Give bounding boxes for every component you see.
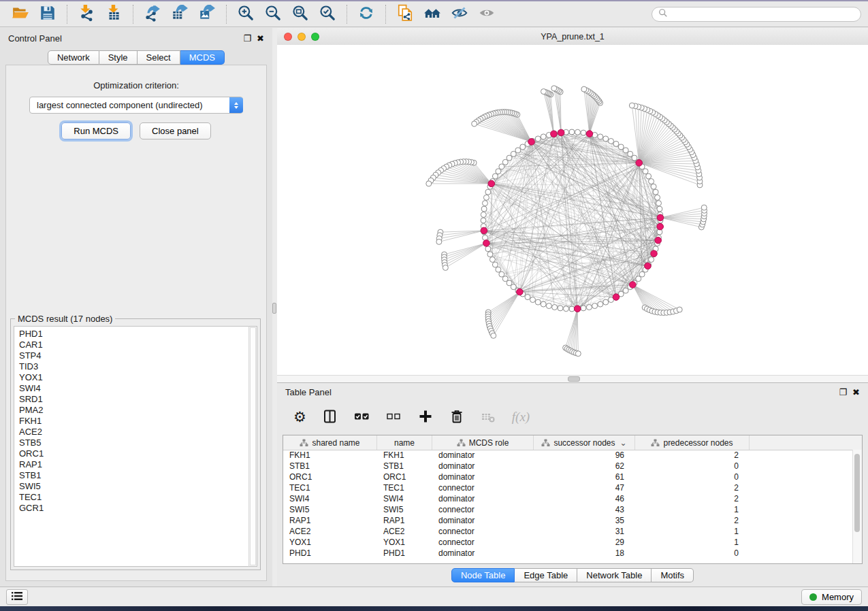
optimization-criterion-select[interactable]: largest connected component (undirected) [29,97,243,114]
graph-node[interactable] [481,206,487,212]
graph-node[interactable] [443,265,448,270]
graph-mcds-node[interactable] [586,131,593,137]
tab-node-table[interactable]: Node Table [451,568,515,582]
graph-node[interactable] [485,189,491,195]
graph-mcds-node[interactable] [558,129,564,136]
graph-node[interactable] [603,299,609,305]
graph-node[interactable] [496,169,501,174]
tab-network-table[interactable]: Network Table [577,568,652,582]
memory-button[interactable]: Memory [801,589,862,605]
table-row[interactable]: ACE2ACE2connector311 [283,526,853,537]
graph-node[interactable] [481,212,486,217]
close-panel-button[interactable]: Close panel [140,122,211,139]
graph-node[interactable] [511,284,516,290]
scrollbar-thumb[interactable] [250,327,256,565]
cell-mcds_role[interactable]: connector [432,526,534,537]
cell-shared_name[interactable]: SWI4 [283,493,377,504]
cell-name[interactable]: STB1 [377,461,432,472]
cell-name[interactable]: PHD1 [377,548,432,559]
float-panel-icon[interactable]: ❐ [839,388,847,397]
cell-mcds_role[interactable]: dominator [432,450,534,461]
search-input[interactable] [672,9,854,20]
float-panel-icon[interactable]: ❐ [243,34,251,43]
graph-node[interactable] [629,103,634,108]
graph-node[interactable] [575,351,581,357]
cell-successor_nodes[interactable]: 62 [534,461,635,472]
cell-name[interactable]: TEC1 [377,482,432,493]
graph-node[interactable] [598,134,603,139]
cell-predecessor_nodes[interactable]: 2 [635,515,750,526]
tab-style[interactable]: Style [99,50,138,65]
tab-motifs[interactable]: Motifs [652,568,694,582]
table-row[interactable]: RAP1RAP1dominator352 [283,515,853,526]
graph-node[interactable] [507,280,512,286]
graph-node[interactable] [632,155,637,161]
graph-node[interactable] [491,333,496,338]
delete-columns-button[interactable] [449,409,464,426]
tab-mcds[interactable]: MCDS [180,50,225,65]
hscrollbar-thumb[interactable] [568,376,580,382]
cell-predecessor_nodes[interactable]: 1 [635,504,750,515]
graph-node[interactable] [507,155,512,161]
result-node-item[interactable]: SWI4 [19,383,257,394]
cell-shared_name[interactable]: ORC1 [283,472,377,482]
graph-node[interactable] [657,206,662,212]
cell-name[interactable]: ACE2 [377,526,432,537]
graph-node[interactable] [520,144,526,150]
cell-successor_nodes[interactable]: 61 [534,472,635,482]
tab-network[interactable]: Network [48,50,99,65]
graph-node[interactable] [426,181,432,186]
divider-handle[interactable] [272,303,276,314]
graph-node[interactable] [575,129,581,135]
graph-node[interactable] [649,179,654,184]
duplicate-network-button[interactable] [393,4,417,24]
mcds-result-list[interactable]: PHD1CAR1STP4TID3YOX1SWI4SRD1PMA2FKH1ACE2… [14,326,257,567]
export-table-button[interactable] [167,4,192,24]
graph-node[interactable] [535,136,541,142]
graph-node[interactable] [701,205,707,210]
graph-node[interactable] [639,271,645,277]
graph-node[interactable] [636,276,641,282]
close-panel-icon[interactable]: ✖ [257,34,264,43]
cell-mcds_role[interactable]: dominator [432,461,534,472]
graph-node[interactable] [482,235,487,240]
graph-node[interactable] [586,305,592,310]
graph-node[interactable] [546,303,551,309]
window-minimize-icon[interactable] [298,33,306,41]
cell-predecessor_nodes[interactable]: 2 [635,482,750,493]
graph-node[interactable] [530,297,536,303]
cell-name[interactable]: SWI5 [377,504,432,515]
cell-predecessor_nodes[interactable]: 0 [635,548,750,559]
graph-mcds-node[interactable] [481,227,487,234]
graph-mcds-node[interactable] [613,294,620,301]
result-node-item[interactable]: STP4 [19,350,257,361]
apply-layout-button[interactable] [354,4,379,24]
graph-node[interactable] [499,164,504,169]
cell-shared_name[interactable]: RAP1 [283,515,377,526]
graph-node[interactable] [651,184,656,189]
cell-shared_name[interactable]: PHD1 [283,548,377,559]
cell-predecessor_nodes[interactable]: 1 [635,537,750,548]
graph-mcds-node[interactable] [488,180,495,187]
save-session-button[interactable] [35,4,60,24]
table-row[interactable]: PHD1PHD1dominator180 [283,548,853,559]
graph-mcds-node[interactable] [630,282,637,288]
graph-node[interactable] [515,148,521,153]
vscrollbar-thumb[interactable] [854,454,860,532]
table-row[interactable]: SWI4SWI4dominator462 [283,493,853,504]
close-panel-icon[interactable]: ✖ [852,388,860,397]
result-node-item[interactable]: YOX1 [19,372,257,383]
cell-mcds_role[interactable]: dominator [432,472,534,482]
table-row[interactable]: ORC1ORC1dominator610 [283,472,853,482]
graph-node[interactable] [511,151,516,156]
graph-node[interactable] [482,201,487,206]
result-node-item[interactable]: ACE2 [19,427,257,437]
zoom-out-button[interactable] [261,4,285,24]
graph-mcds-node[interactable] [657,223,664,230]
graph-mcds-node[interactable] [551,131,558,137]
import-table-button[interactable] [101,4,126,24]
result-node-item[interactable]: PHD1 [19,329,257,340]
cell-successor_nodes[interactable]: 47 [534,482,635,493]
graph-node[interactable] [643,169,648,174]
cell-mcds_role[interactable]: dominator [432,548,534,559]
